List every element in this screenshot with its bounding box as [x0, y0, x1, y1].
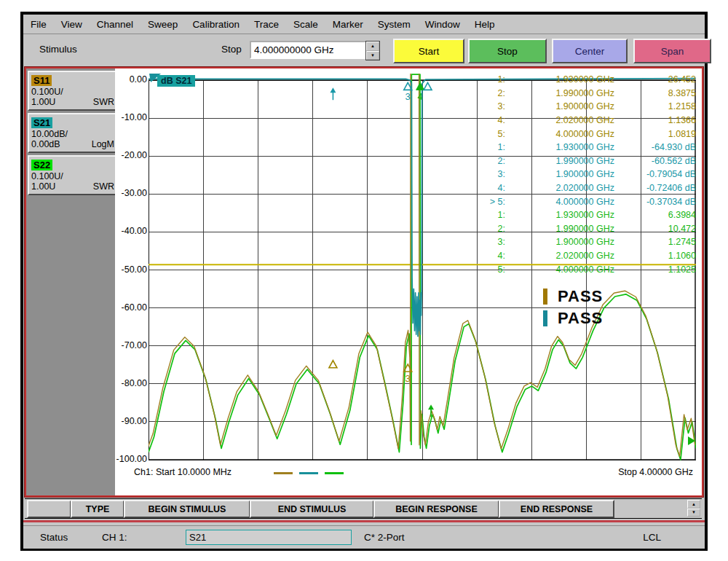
stop-frequency-input[interactable]: [250, 41, 368, 59]
marker-readout-row: 4:2.020000 GHz-0.72406 dB: [425, 181, 696, 195]
plot-footer: Ch1: Start 10.0000 MHz Stop 4.00000 GHz: [115, 465, 702, 482]
limit-test-results: PASSPASS: [543, 286, 603, 329]
marker-readout-row: 3:1.900000 GHz1.2745: [425, 235, 696, 249]
marker-readout-row: 3:1.900000 GHz1.2158: [425, 100, 696, 114]
stimulus-center-button[interactable]: Center: [552, 39, 628, 63]
sweep-start-label: Ch1: Start 10.0000 MHz: [134, 467, 232, 477]
legend-dash: [325, 472, 344, 474]
limit-test-row: PASS: [543, 286, 603, 307]
y-tick-label: -50.00: [115, 264, 147, 275]
marker-readout-row: > 5:4.000000 GHz-0.37034 dB: [425, 195, 696, 208]
trace-ref-format: 1.00USWR: [31, 181, 114, 192]
stimulus-stop-button[interactable]: Stop: [468, 39, 547, 63]
menu-item-marker[interactable]: Marker: [325, 19, 371, 30]
segment-spinner-down-icon[interactable]: ▼: [687, 509, 700, 517]
marker-readout-row: 1:1.930000 GHz6.3984: [425, 208, 696, 222]
y-tick-label: -90.00: [115, 416, 147, 426]
menu-item-view[interactable]: View: [54, 19, 90, 30]
segment-table-header: ▲ ▼ TYPEBEGIN STIMULUSEND STIMULUSBEGIN …: [25, 498, 702, 519]
y-axis-labels: 0.00-10.00-20.00-30.00-40.00-50.00-60.00…: [115, 73, 147, 466]
marker-readout-row: 1:1.930000 GHz-64.930 dB: [425, 141, 696, 154]
segment-header-end-stimulus[interactable]: END STIMULUS: [250, 500, 374, 518]
lcl-indicator: LCL: [643, 532, 661, 543]
limit-test-row: PASS: [543, 307, 603, 329]
menu-item-channel[interactable]: Channel: [90, 19, 141, 30]
trace-panel: S110.100U/1.00USWRS2110.00dB/0.00dBLogMS…: [26, 68, 115, 495]
calibration-status: C* 2-Port: [364, 532, 405, 543]
limit-test-result: PASS: [558, 287, 603, 306]
app-window: FileViewChannelSweepCalibrationTraceScal…: [20, 12, 708, 551]
menu-item-sweep[interactable]: Sweep: [141, 19, 185, 30]
legend-dash: [299, 472, 318, 474]
channel1-window: S110.100U/1.00USWRS2110.00dB/0.00dBLogMS…: [25, 67, 703, 497]
trace-chip-s11: S11: [31, 75, 52, 86]
limit-test-result: PASS: [558, 309, 603, 328]
marker-readout-row: 2:1.990000 GHz8.3875: [425, 87, 696, 101]
svg-text:3: 3: [405, 91, 411, 102]
y-tick-label: -30.00: [115, 188, 147, 198]
trace-ref-format: 1.00USWR: [31, 97, 114, 107]
segment-table-spinner: ▲ ▼: [687, 500, 700, 517]
marker-readout-row: 2:1.990000 GHz-60.562 dB: [425, 154, 696, 168]
segment-header-end-response[interactable]: END RESPONSE: [499, 500, 614, 518]
status-bar: Status CH 1: S21 C* 2-Port LCL: [23, 525, 705, 549]
limit-test-color-bar: [543, 310, 547, 326]
trace-scale: 0.100U/: [31, 171, 114, 181]
marker-readout-row: 3:1.900000 GHz-0.79054 dB: [425, 168, 696, 181]
window-divider: [23, 520, 705, 522]
trace-legend-dashes: [274, 472, 350, 474]
legend-dash: [274, 472, 293, 474]
segment-header-blank[interactable]: [27, 500, 71, 518]
marker-readout-row: 2:1.990000 GHz10.472: [425, 222, 696, 236]
menu-bar: FileViewChannelSweepCalibrationTraceScal…: [23, 15, 705, 34]
y-tick-label: -20.00: [115, 150, 147, 160]
y-tick-label: -70.00: [115, 340, 147, 350]
trace-chip-s21: S21: [31, 117, 52, 128]
trace-chip-s22: S22: [31, 160, 52, 170]
y-tick-label: -60.00: [115, 302, 147, 313]
marker-readout-row: 1:1.930000 GHz26.452: [425, 73, 696, 87]
chart-area: 0.00-10.00-20.00-30.00-40.00-50.00-60.00…: [115, 68, 702, 495]
menu-item-trace[interactable]: Trace: [247, 19, 286, 30]
status-label: Status: [40, 532, 68, 543]
menu-item-calibration[interactable]: Calibration: [185, 19, 247, 30]
y-tick-label: 0.00: [115, 74, 147, 85]
segment-spinner-up-icon[interactable]: ▲: [687, 500, 700, 509]
menu-item-system[interactable]: System: [371, 19, 418, 30]
svg-text:3: 3: [405, 373, 411, 384]
segment-header-begin-stimulus[interactable]: BEGIN STIMULUS: [124, 500, 250, 518]
segment-header-begin-response[interactable]: BEGIN RESPONSE: [373, 500, 499, 518]
marker-readout-row: 5:4.000000 GHz1.0819: [425, 127, 696, 141]
svg-text:4: 4: [418, 91, 423, 102]
trace-button-s21[interactable]: S2110.00dB/0.00dBLogM: [28, 113, 118, 153]
trace-scale: 10.00dB/: [31, 129, 114, 139]
menu-item-file[interactable]: File: [23, 19, 54, 30]
segment-header-type[interactable]: TYPE: [71, 500, 124, 518]
trace-button-s11[interactable]: S110.100U/1.00USWR: [28, 71, 118, 111]
limit-test-color-bar: [543, 289, 547, 305]
y-tick-label: -40.00: [115, 226, 147, 236]
marker-readout-row: 4:2.020000 GHz1.1060: [425, 249, 696, 263]
y-tick-label: -10.00: [115, 112, 147, 122]
stimulus-label: Stimulus: [39, 44, 77, 55]
menu-item-help[interactable]: Help: [467, 19, 502, 30]
stimulus-toolbar: Stimulus Stop ▲ ▼ StartStopCenterSpan: [23, 34, 705, 66]
stimulus-start-button[interactable]: Start: [393, 39, 464, 63]
marker-readout: 1:1.930000 GHz26.4522:1.990000 GHz8.3875…: [425, 73, 696, 276]
trace-button-s22[interactable]: S220.100U/1.00USWR: [28, 155, 118, 195]
stimulus-span-button[interactable]: Span: [633, 39, 711, 63]
sweep-stop-label: Stop 4.00000 GHz: [618, 467, 693, 477]
active-trace-chip[interactable]: dB S21: [157, 75, 195, 87]
stop-field-label: Stop: [221, 44, 242, 55]
y-tick-label: -80.00: [115, 378, 147, 388]
spinner-up-icon[interactable]: ▲: [366, 42, 379, 51]
spinner-down-icon[interactable]: ▼: [366, 51, 379, 60]
marker-readout-row: 4:2.020000 GHz1.1366: [425, 114, 696, 128]
marker-readout-row: 5:4.000000 GHz1.1025: [425, 262, 696, 276]
menu-item-scale[interactable]: Scale: [286, 19, 325, 30]
active-trace-box: S21: [186, 530, 352, 545]
menu-item-window[interactable]: Window: [418, 19, 467, 30]
frequency-spinner: ▲ ▼: [365, 41, 380, 60]
channel-label: CH 1:: [102, 532, 127, 543]
y-tick-label: -100.00: [115, 454, 147, 464]
